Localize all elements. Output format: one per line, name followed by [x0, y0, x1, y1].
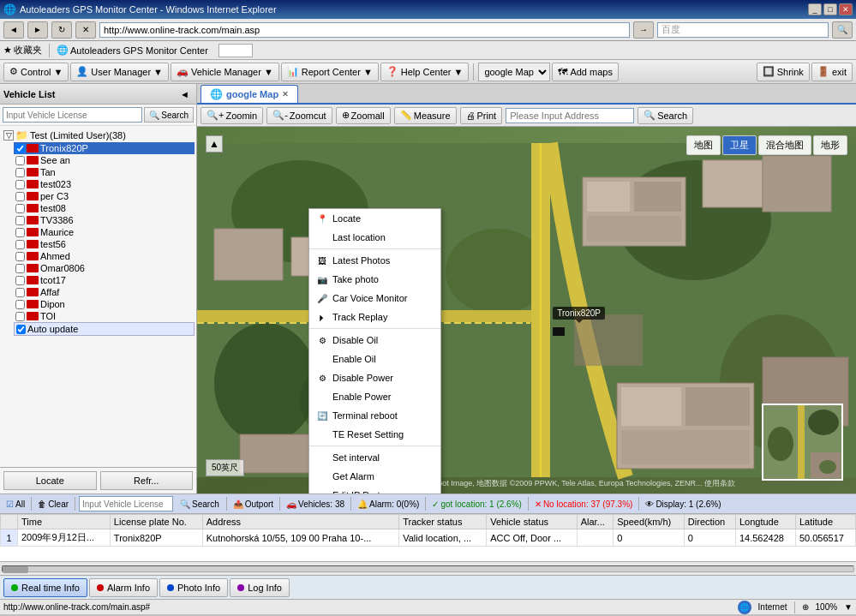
ctx-enable-power[interactable]: Enable Power	[309, 387, 440, 406]
refresh-btn[interactable]: Refr...	[100, 471, 194, 490]
minimize-button[interactable]: _	[808, 3, 822, 15]
go-button[interactable]: →	[633, 21, 654, 39]
ctx-set-interval[interactable]: Set interval	[309, 448, 440, 467]
zoomin-btn[interactable]: 🔍+ Zoomin	[201, 107, 263, 124]
tab-log-info[interactable]: Log Info	[230, 578, 290, 597]
scroll-thumb[interactable]	[3, 566, 28, 573]
vehicle-item-affaf[interactable]: Affaf	[14, 286, 195, 298]
vehicle-item-perc3[interactable]: per C3	[14, 190, 195, 202]
search-bar[interactable]: 百度	[657, 22, 829, 38]
vehicle-checkbox[interactable]	[15, 168, 25, 177]
map-type-dixing[interactable]: 地形	[813, 135, 847, 155]
vehicle-checkbox[interactable]	[15, 312, 25, 321]
all-btn[interactable]: ☑ All	[3, 499, 27, 509]
close-button[interactable]: ✕	[839, 3, 853, 15]
ctx-terminal-reboot[interactable]: 🔄 Terminal reboot	[309, 406, 440, 425]
refresh-button[interactable]: ↻	[51, 21, 72, 39]
sidebar-collapse-btn[interactable]: ◄	[177, 89, 193, 99]
ctx-take-photo[interactable]: 📷 Take photo	[309, 270, 440, 289]
ctx-te-reset[interactable]: TE Reset Setting	[309, 425, 440, 444]
maximize-button[interactable]: □	[823, 3, 837, 15]
ctx-locate[interactable]: 📍 Locate	[309, 209, 440, 228]
tab-photo-info[interactable]: Photo Info	[159, 578, 228, 597]
ctx-car-voice[interactable]: 🎤 Car Voice Monitor	[309, 289, 440, 308]
control-menu[interactable]: ⚙ Control ▼	[3, 63, 69, 81]
vehicle-item-ahmed[interactable]: Ahmed	[14, 250, 195, 262]
vehicle-item-omar0806[interactable]: Omar0806	[14, 262, 195, 274]
map-tab[interactable]: 🌐 google Map ✕	[201, 85, 298, 103]
shrink-btn[interactable]: 🔲 Shrink	[757, 63, 810, 81]
expand-icon[interactable]: ▽	[3, 130, 14, 141]
vehicle-search-input[interactable]	[3, 107, 142, 123]
status-vehicle-search-input[interactable]	[79, 496, 173, 511]
map-up-btn[interactable]: ▲	[206, 135, 223, 153]
clear-btn[interactable]: 🗑 Clear	[35, 499, 71, 509]
exit-btn[interactable]: 🚪 exit	[811, 63, 853, 81]
vehicle-checkbox[interactable]	[15, 216, 25, 225]
vehicle-manager-menu[interactable]: 🚗 Vehicle Manager ▼	[171, 63, 279, 81]
map-type-hunhe[interactable]: 混合地图	[758, 135, 811, 155]
table-row[interactable]: 1 2009年9月12日... Tronix820P Kutnohorská 1…	[1, 529, 856, 547]
vehicle-checkbox[interactable]	[15, 192, 25, 201]
ctx-latest-photos[interactable]: 🖼 Latest Photos	[309, 251, 440, 270]
ctx-get-alarm[interactable]: Get Alarm	[309, 467, 440, 486]
vehicle-item-test56[interactable]: test56	[14, 238, 195, 250]
help-center-menu[interactable]: ❓ Help Center ▼	[380, 63, 470, 81]
stop-button[interactable]: ✕	[75, 21, 96, 39]
vehicle-item-tcot17[interactable]: tcot17	[14, 274, 195, 286]
vehicle-item-tronix820p[interactable]: Tronix820P	[14, 142, 195, 154]
auto-update-item[interactable]: Auto update	[14, 322, 195, 336]
status-search-btn[interactable]: 🔍 Search	[177, 499, 223, 509]
tab-close-btn[interactable]: ✕	[282, 90, 289, 99]
tree-root[interactable]: ▽ 📁 Test (Limited User)(38)	[2, 129, 195, 142]
vehicle-item-dipon[interactable]: Dipon	[14, 298, 195, 310]
map-type-ditu[interactable]: 地图	[686, 135, 721, 155]
vehicle-checkbox[interactable]	[15, 264, 25, 273]
map-type-select[interactable]: google Map	[478, 63, 550, 81]
vehicle-checkbox[interactable]	[15, 300, 25, 309]
vehicle-item-toi[interactable]: TOI	[14, 310, 195, 322]
vehicle-checkbox[interactable]	[15, 204, 25, 213]
vehicle-checkbox[interactable]	[15, 228, 25, 237]
vehicle-checkbox[interactable]	[15, 276, 25, 285]
vehicle-item-test023[interactable]: test023	[14, 178, 195, 190]
map-type-weixing[interactable]: 卫星	[722, 135, 757, 155]
forward-button[interactable]: ►	[27, 21, 48, 39]
zoomcut-btn[interactable]: 🔍- Zoomcut	[266, 107, 332, 124]
ctx-last-location[interactable]: Last location	[309, 228, 440, 247]
map-search-btn[interactable]: 🔍 Search	[638, 107, 693, 124]
vehicle-item-tan[interactable]: Tan	[14, 166, 195, 178]
add-maps-btn[interactable]: 🗺 Add maps	[552, 63, 619, 81]
search-go-button[interactable]: 🔍	[832, 21, 853, 39]
vehicle-checkbox[interactable]	[15, 252, 25, 261]
back-button[interactable]: ◄	[3, 21, 24, 39]
auto-update-checkbox[interactable]	[16, 325, 26, 334]
ctx-edit-ip-port[interactable]: Edit IP Port	[309, 486, 440, 493]
vehicle-item-seean[interactable]: See an	[14, 154, 195, 166]
address-input[interactable]	[506, 108, 634, 123]
tab-realtime-info[interactable]: Real time Info	[3, 578, 87, 597]
ctx-track-replay[interactable]: ⏵ Track Replay	[309, 308, 440, 326]
vehicle-item-maurice[interactable]: Maurice	[14, 226, 195, 238]
vehicle-checkbox[interactable]	[15, 240, 25, 249]
zoomall-btn[interactable]: ⊕ Zoomall	[336, 107, 391, 124]
locate-btn[interactable]: Locate	[3, 471, 97, 490]
vehicle-checkbox[interactable]	[15, 156, 25, 165]
vehicle-item-test08[interactable]: test08	[14, 202, 195, 214]
favorites-btn[interactable]: ★ 收藏夹	[3, 44, 42, 57]
vehicle-checkbox[interactable]	[15, 180, 25, 189]
ctx-disable-power[interactable]: ⚙ Disable Power	[309, 368, 440, 387]
tab-alarm-info[interactable]: Alarm Info	[89, 578, 158, 597]
vehicle-search-btn[interactable]: 🔍 Search	[144, 107, 194, 123]
vehicle-checkbox[interactable]	[15, 144, 25, 153]
bookmark-item[interactable]: 🌐 Autoleaders GPS Monitor Center	[57, 45, 208, 56]
horizontal-scrollbar[interactable]	[0, 561, 856, 575]
vehicle-checkbox[interactable]	[15, 288, 25, 297]
url-input[interactable]	[99, 22, 630, 38]
ctx-enable-oil[interactable]: Enable Oil	[309, 350, 440, 368]
map-display[interactable]: 地图 卫星 混合地图 地形 ▲ Tronix820P	[197, 127, 856, 493]
bookmark-input[interactable]	[218, 44, 253, 57]
measure-btn[interactable]: 📏 Measure	[394, 107, 457, 124]
vehicle-item-tv3386[interactable]: TV3386	[14, 214, 195, 226]
print-btn[interactable]: 🖨 Print	[460, 107, 503, 124]
